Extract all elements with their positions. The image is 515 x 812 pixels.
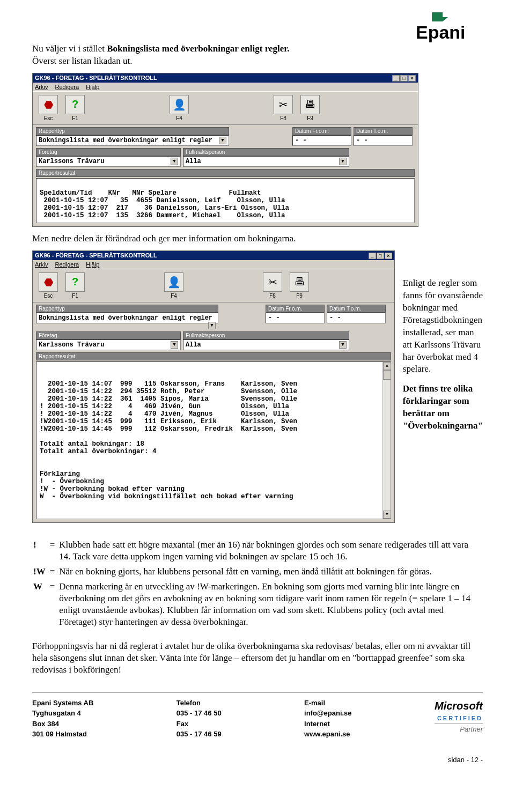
legend-table: !=Klubben hade satt ett högre maxantal (… xyxy=(32,538,483,632)
legend-row: !W=När en bokning gjorts, har klubbens p… xyxy=(33,566,482,580)
stop-icon: ⬣ xyxy=(39,272,58,292)
datum-tom-input[interactable]: - - xyxy=(354,135,413,146)
intro-1b: Bokningslista med överbokningar enligt r… xyxy=(107,43,289,54)
f1-button[interactable]: ?F1 xyxy=(63,95,87,121)
eraser-icon: ✂ xyxy=(274,95,293,114)
report-area-1: Speldatum/Tid KNr MNr Spelare Fullmakt 2… xyxy=(36,178,415,223)
close-icon[interactable]: × xyxy=(408,75,416,82)
chevron-down-icon: ▼ xyxy=(219,137,226,144)
window-title: GK96 - FÖRETAG - SPELRÄTTSKONTROLL xyxy=(35,75,157,81)
f4-button[interactable]: 👤F4 xyxy=(161,272,186,299)
legend-text: När en bokning gjorts, har klubbens pers… xyxy=(59,566,482,580)
chevron-down-icon: ▼ xyxy=(208,322,216,329)
minimize-icon[interactable]: _ xyxy=(392,75,400,82)
legend-text: Denna markering är en utveckling av !W-m… xyxy=(59,581,482,630)
menubar: Arkiv Redigera Hjälp xyxy=(33,83,418,91)
epani-logo: Epani xyxy=(416,11,485,46)
person-icon: 👤 xyxy=(170,95,189,114)
datum-tom-input[interactable]: - - xyxy=(327,313,386,323)
fullmakt-select[interactable]: Alla▼ xyxy=(183,156,349,167)
f4-button[interactable]: 👤F4 xyxy=(167,95,192,121)
foretag-select[interactable]: Karlssons Trävaru▼ xyxy=(36,156,181,167)
legend-row: W=Denna markering är en utveckling av !W… xyxy=(33,581,482,630)
toolbar: ⬣Esc ?F1 👤F4 ✂F8 🖶F9 xyxy=(33,91,418,125)
fullmakt-label: Fullmaktsperson xyxy=(183,148,349,156)
rapporttyp-select[interactable]: Bokningslista med överbokningar enligt r… xyxy=(36,135,229,146)
menu-arkiv[interactable]: Arkiv xyxy=(35,261,48,268)
intro-1a: Nu väljer vi i stället xyxy=(32,43,107,54)
scrollbar[interactable]: ▲ ▼ xyxy=(382,362,391,519)
footer-phone: Telefon 035 - 17 46 50 Fax 035 - 17 46 5… xyxy=(176,698,222,740)
footer-company: Epani Systems AB Tyghusgatan 4 Box 384 3… xyxy=(32,698,93,740)
rapporttyp-label: Rapporttyp xyxy=(36,305,218,313)
fullmakt-select[interactable]: Alla▼ xyxy=(183,339,349,350)
foretag-label: Företag xyxy=(36,331,181,339)
window-title: GK96 - FÖRETAG - SPELRÄTTSKONTROLL xyxy=(35,252,157,259)
titlebar: GK96 - FÖRETAG - SPELRÄTTSKONTROLL _□× xyxy=(33,73,418,83)
page-footer: Epani Systems AB Tyghusgatan 4 Box 384 3… xyxy=(32,698,483,740)
fullmakt-label: Fullmaktsperson xyxy=(183,331,349,339)
app-window-1: GK96 - FÖRETAG - SPELRÄTTSKONTROLL _□× A… xyxy=(32,73,418,227)
scroll-thumb[interactable] xyxy=(383,370,391,380)
menu-redigera[interactable]: Redigera xyxy=(55,261,79,268)
legend-row: !=Klubben hade satt ett högre maxantal (… xyxy=(33,539,482,565)
chevron-down-icon: ▼ xyxy=(339,341,347,349)
datum-tom-label: Datum T.o.m. xyxy=(327,305,386,313)
f9-button[interactable]: 🖶F9 xyxy=(287,272,312,299)
side-para-1: Enligt de regler som fanns för ovanståen… xyxy=(403,277,483,376)
chevron-down-icon: ▼ xyxy=(171,158,178,165)
datum-from-input[interactable]: - - xyxy=(266,313,325,323)
datum-from-label: Datum Fr.o.m. xyxy=(266,305,325,313)
datum-from-input[interactable]: - - xyxy=(292,135,351,146)
chevron-down-icon: ▼ xyxy=(339,158,347,165)
esc-button[interactable]: ⬣Esc xyxy=(36,95,61,121)
scroll-up-icon[interactable]: ▲ xyxy=(383,362,391,370)
titlebar: GK96 - FÖRETAG - SPELRÄTTSKONTROLL _□× xyxy=(33,251,394,260)
page-number: sidan - 12 - xyxy=(32,756,483,764)
rapporttyp-label: Rapporttyp xyxy=(36,127,229,135)
scroll-down-icon[interactable]: ▼ xyxy=(383,511,391,519)
rapporttyp-select[interactable]: Bokningslista med överbokningar enligt r… xyxy=(36,313,218,323)
report-area-2: 2001-10-15 14:07 999 115 Oskarsson, Fran… xyxy=(36,361,391,519)
window-buttons: _□× xyxy=(392,75,416,82)
datum-tom-label: Datum T.o.m. xyxy=(354,127,413,135)
footer-divider xyxy=(32,692,483,692)
esc-button[interactable]: ⬣Esc xyxy=(36,272,61,299)
menu-redigera[interactable]: Redigera xyxy=(55,84,79,90)
close-icon[interactable]: × xyxy=(385,253,392,259)
f1-button[interactable]: ?F1 xyxy=(63,272,87,299)
foretag-select[interactable]: Karlssons Trävaru▼ xyxy=(36,339,181,350)
printer-icon: 🖶 xyxy=(290,272,309,292)
eraser-icon: ✂ xyxy=(263,272,282,292)
intro-text: Nu väljer vi i stället Bokningslista med… xyxy=(32,43,483,68)
f8-button[interactable]: ✂F8 xyxy=(260,272,285,299)
stop-icon: ⬣ xyxy=(39,95,58,114)
intro-2: Överst ser listan likadan ut. xyxy=(32,56,133,66)
menu-arkiv[interactable]: Arkiv xyxy=(35,84,48,90)
closing-para: Förhoppningsvis har ni då reglerat i avt… xyxy=(32,640,483,676)
person-icon: 👤 xyxy=(164,272,183,292)
menubar: Arkiv Redigera Hjälp xyxy=(33,260,394,269)
foretag-label: Företag xyxy=(36,148,181,156)
legend-text: Klubben hade satt ett högre maxantal (me… xyxy=(59,539,482,565)
rapportresultat-label: Rapportresultat xyxy=(36,169,415,177)
footer-net: E-mail info@epani.se Internet www.epani.… xyxy=(304,698,352,740)
side-commentary: Enligt de regler som fanns för ovanståen… xyxy=(403,250,483,440)
f9-button[interactable]: 🖶F9 xyxy=(298,95,322,121)
menu-hjalp[interactable]: Hjälp xyxy=(86,261,99,268)
rapportresultat-label: Rapportresultat xyxy=(36,352,391,360)
datum-from-label: Datum Fr.o.m. xyxy=(292,127,351,135)
printer-icon: 🖶 xyxy=(300,95,320,114)
minimize-icon[interactable]: _ xyxy=(369,253,376,259)
mid-text: Men nedre delen är förändrad och ger mer… xyxy=(32,233,483,244)
app-window-2: GK96 - FÖRETAG - SPELRÄTTSKONTROLL _□× A… xyxy=(32,250,395,523)
svg-text:Epani: Epani xyxy=(416,22,466,42)
window-buttons: _□× xyxy=(368,252,392,259)
chevron-down-icon: ▼ xyxy=(171,341,178,349)
maximize-icon[interactable]: □ xyxy=(377,253,384,259)
microsoft-certified-logo: Microsoft CERTIFIED Partner xyxy=(435,698,483,735)
f8-button[interactable]: ✂F8 xyxy=(271,95,296,121)
maximize-icon[interactable]: □ xyxy=(400,75,408,82)
menu-hjalp[interactable]: Hjälp xyxy=(86,84,99,90)
toolbar: ⬣Esc ?F1 👤F4 ✂F8 🖶F9 xyxy=(33,269,394,302)
